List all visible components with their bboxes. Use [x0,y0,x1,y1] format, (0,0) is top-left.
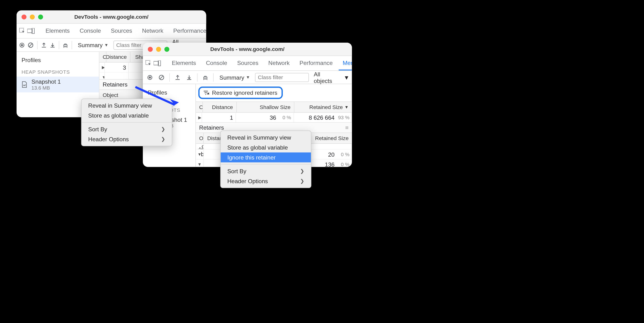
col-object[interactable]: Object [196,133,204,144]
view-dropdown[interactable]: Summary▼ [75,41,111,49]
zoom-icon[interactable] [164,47,169,52]
chevron-down-icon[interactable]: ▼ [344,74,349,81]
minimize-icon[interactable] [156,47,161,52]
context-menu: Reveal in Summary view Store as global v… [220,131,312,188]
zoom-icon[interactable] [38,14,43,19]
tab-sources[interactable]: Sources [233,56,263,70]
col-shallow[interactable]: Shallow Size [236,102,294,112]
clear-icon[interactable] [28,40,34,50]
snapshot-icon [20,81,28,88]
inspect-icon[interactable] [146,57,152,69]
allobjects-dropdown[interactable]: All objects [311,70,339,85]
filter-clear-icon [204,90,210,95]
tab-elements[interactable]: Elements [42,24,74,38]
view-dropdown[interactable]: Summary▼ [217,73,252,82]
constructors-header: Constructor Distance Shallow Size Retain… [196,102,352,113]
svg-point-8 [21,44,23,46]
class-filter-input[interactable] [255,73,309,82]
tab-performance[interactable]: Performance [169,24,206,38]
ctx-reveal[interactable]: Reveal in Summary view [221,132,311,142]
col-constructor[interactable]: Constructor [196,102,203,112]
tab-console[interactable]: Console [76,24,105,38]
constructors-grid: ▶Window / https://www.google.com 1 360 %… [196,113,352,122]
svg-point-28 [149,76,151,79]
profiles-heading: Profiles [16,55,99,65]
minimize-icon[interactable] [30,14,35,19]
window-title: DevTools - www.google.com/ [16,14,206,20]
tab-sources[interactable]: Sources [107,24,136,38]
svg-rect-1 [27,29,32,33]
svg-rect-21 [154,61,159,65]
svg-line-19 [136,87,175,105]
ctx-store[interactable]: Store as global variable [221,142,311,152]
memory-toolbar: Summary▼ All objects ▼ [143,71,352,84]
tabbar: Elements Console Sources Network Perform… [143,56,352,71]
col-constructor[interactable]: Constructor [100,52,106,62]
record-icon[interactable] [19,40,25,50]
titlebar[interactable]: DevTools - www.google.com/ [143,43,352,56]
close-icon[interactable] [148,47,153,52]
heap-snapshots-heading: HEAP SNAPSHOTS [16,65,99,77]
gc-icon[interactable] [62,40,68,50]
clear-icon[interactable] [157,72,166,83]
ctx-header-options[interactable]: Header Options❯ [82,134,172,144]
export-icon[interactable] [173,72,182,83]
gc-icon[interactable] [201,72,210,83]
snapshot-size: 13.6 MB [32,85,61,91]
menu-icon[interactable]: ≡ [345,124,349,131]
col-distance[interactable]: Distance [106,52,130,62]
traffic-lights [16,14,43,19]
import-icon[interactable] [49,40,56,50]
export-icon[interactable] [41,40,47,50]
col-distance[interactable]: Distance [203,102,237,112]
ctx-store[interactable]: Store as global variable [82,111,172,121]
tab-memory[interactable]: Memory [338,56,352,70]
ctx-sort[interactable]: Sort By❯ [82,124,172,134]
svg-line-10 [29,43,32,47]
svg-line-30 [160,76,163,79]
window-title: DevTools - www.google.com/ [143,46,352,52]
table-row[interactable]: ▶Window / https://www.google.com 1 360 %… [196,113,352,122]
device-icon[interactable] [27,25,34,37]
inspect-icon[interactable] [19,25,26,37]
snapshot-item[interactable]: Snapshot 1 13.6 MB [16,77,99,92]
tab-network[interactable]: Network [138,24,168,38]
annotation-arrow [133,85,183,110]
snapshot-name: Snapshot 1 [32,78,61,85]
restore-ignored-retainers-button[interactable]: Restore ignored retainers [198,87,283,99]
import-icon[interactable] [185,72,194,83]
tab-network[interactable]: Network [264,56,294,70]
close-icon[interactable] [22,14,26,19]
ctx-ignore-retainer[interactable]: Ignore this retainer [221,152,311,162]
tab-elements[interactable]: Elements [168,56,200,70]
col-retained[interactable]: Retained Size▼ [294,102,352,112]
traffic-lights [143,47,169,52]
device-icon[interactable] [154,57,161,69]
tab-performance[interactable]: Performance [295,56,337,70]
tab-console[interactable]: Console [202,56,232,70]
ctx-header-options[interactable]: Header Options❯ [221,176,311,186]
titlebar[interactable]: DevTools - www.google.com/ [16,11,206,24]
record-icon[interactable] [146,72,155,83]
ctx-sort[interactable]: Sort By❯ [221,166,311,176]
tabbar: Elements Console Sources Network Perform… [16,24,206,39]
